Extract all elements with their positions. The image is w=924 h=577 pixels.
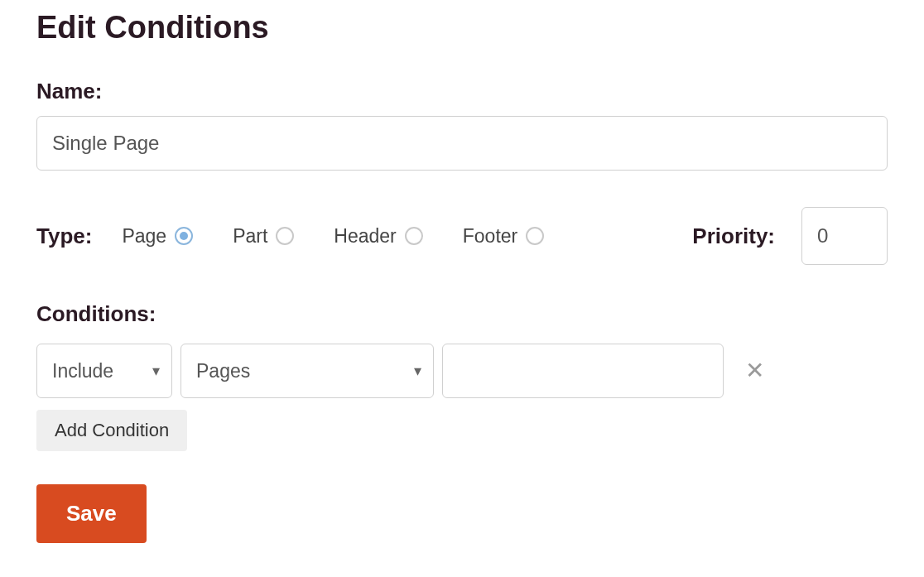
type-label: Type: [36, 224, 92, 249]
name-input[interactable] [36, 116, 888, 171]
add-condition-button[interactable]: Add Condition [36, 410, 187, 451]
type-radio-group: Page Part Header Footer [122, 225, 692, 248]
condition-scope-select[interactable]: Pages ▾ [180, 344, 434, 398]
radio-icon [175, 227, 193, 245]
type-option-label: Page [122, 225, 166, 248]
save-button[interactable]: Save [36, 484, 147, 543]
condition-row: Include ▾ Pages ▾ ✕ [36, 344, 888, 398]
radio-icon [526, 227, 544, 245]
type-option-header[interactable]: Header [334, 225, 422, 248]
condition-scope-value: Pages [196, 360, 250, 382]
conditions-section: Conditions: Include ▾ Pages ▾ ✕ Add Cond… [36, 301, 888, 484]
priority-field: Priority: [692, 207, 888, 265]
condition-value-input[interactable] [442, 344, 724, 398]
condition-mode-select[interactable]: Include ▾ [36, 344, 172, 398]
priority-label: Priority: [692, 224, 775, 249]
chevron-down-icon: ▾ [152, 362, 160, 380]
radio-icon [276, 227, 294, 245]
type-option-label: Footer [463, 225, 517, 248]
type-option-label: Header [334, 225, 396, 248]
radio-icon [405, 227, 423, 245]
chevron-down-icon: ▾ [414, 362, 421, 380]
type-option-page[interactable]: Page [122, 225, 193, 248]
conditions-label: Conditions: [36, 301, 888, 327]
name-field: Name: [36, 79, 888, 171]
type-option-part[interactable]: Part [233, 225, 294, 248]
type-option-footer[interactable]: Footer [463, 225, 544, 248]
page-title: Edit Conditions [36, 10, 888, 46]
type-option-label: Part [233, 225, 267, 248]
remove-condition-icon[interactable]: ✕ [745, 359, 764, 382]
priority-input[interactable] [801, 207, 888, 265]
type-row: Type: Page Part Header Footer Priority: [36, 207, 888, 265]
name-label: Name: [36, 79, 888, 104]
condition-mode-value: Include [52, 360, 113, 382]
